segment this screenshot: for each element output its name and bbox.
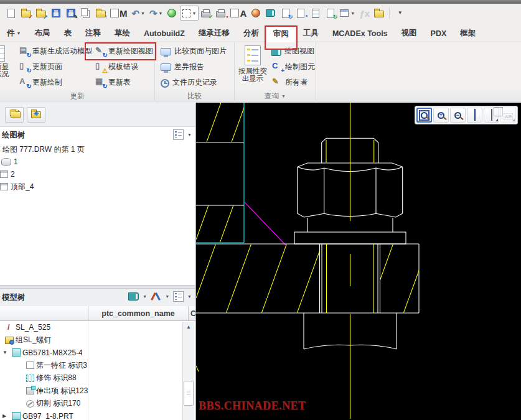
- node-cut-170[interactable]: 切割 标识170: [0, 397, 195, 409]
- tab-inheritance-migration[interactable]: 继承迁移: [192, 25, 237, 42]
- import-icon[interactable]: ↑: [93, 6, 108, 21]
- column-clipped[interactable]: C: [188, 306, 195, 320]
- drawing-tree-toolbar: ✳: [0, 103, 195, 126]
- redo-icon[interactable]: ↷ ▼: [147, 6, 165, 21]
- tab-table[interactable]: 表: [57, 25, 78, 42]
- view-icon: [1, 158, 11, 166]
- model-tree-filters-icon[interactable]: [151, 292, 161, 302]
- undo-icon[interactable]: ↶ ▼: [129, 6, 148, 21]
- node-protrusion-123[interactable]: 伸出项 标识123: [0, 385, 195, 397]
- node-first-feature[interactable]: 第一特征 标识3: [0, 359, 195, 371]
- model-notes-icon[interactable]: M: [108, 6, 129, 21]
- notes-doc-icon[interactable]: [308, 6, 323, 21]
- update-tables-button[interactable]: ▦ ↻ 更新表: [93, 75, 155, 90]
- view-node-top4[interactable]: 顶部_4: [0, 180, 195, 193]
- appearance-icon[interactable]: A: [228, 6, 248, 21]
- print-icon[interactable]: ▪: [214, 6, 228, 21]
- layers-icon[interactable]: [263, 6, 278, 21]
- difference-report-button[interactable]: 差异报告: [159, 59, 228, 75]
- group-label-compare: 比较: [155, 90, 234, 101]
- update-draft-button[interactable]: A ↻ 更新绘制: [17, 75, 94, 90]
- drawing-sheet-node[interactable]: 绘图 777.DRW 的第 1 页: [0, 143, 195, 156]
- new-annotation-folder-button[interactable]: ✳: [27, 107, 45, 123]
- node-gb97[interactable]: ▶ GB97_1-8.PRT: [0, 410, 195, 420]
- group-label-query[interactable]: 查询 ▼: [235, 90, 316, 101]
- view-icon: [0, 170, 8, 178]
- regenerate-active-model-button[interactable]: ▤ ↻ 重新生成活动模型: [17, 44, 94, 59]
- tab-analysis[interactable]: 分析: [237, 25, 266, 42]
- qat-separator[interactable]: [389, 7, 390, 19]
- tab-sketch[interactable]: 草绘: [108, 25, 137, 42]
- display-style-button[interactable]: [484, 108, 499, 123]
- tab-view[interactable]: 视图: [395, 25, 424, 42]
- regenerate-icon[interactable]: [165, 6, 180, 21]
- tab-file[interactable]: 件 ▼: [0, 25, 27, 42]
- scroll-thumb[interactable]: [184, 381, 194, 406]
- drawing-tree-title: 绘图树: [2, 130, 26, 141]
- tab-layout[interactable]: 布局: [27, 25, 57, 42]
- update-sheets-button[interactable]: ▯ ↻ 更新页面: [17, 59, 94, 75]
- verify-doc-icon[interactable]: *: [293, 6, 308, 21]
- update-display-status-button[interactable]: 更新显 示状况: [0, 44, 17, 91]
- tree-filters-button[interactable]: [5, 107, 24, 123]
- update-drawing-views-button[interactable]: ✎ ↻ 更新绘图视图: [93, 44, 155, 59]
- model-tree-scrollbar[interactable]: ▲: [182, 322, 194, 420]
- node-icon: [26, 362, 34, 369]
- template-errors-button[interactable]: ▯ ⚠ 模板错误: [93, 59, 155, 75]
- drawing-views-query-button[interactable]: 绘图视图: [270, 44, 317, 59]
- zoom-in-button[interactable]: +: [433, 108, 449, 123]
- toolbar-overflow[interactable]: ▼: [392, 6, 407, 21]
- graphics-viewport[interactable]: + − AB BBS.CHINADE.NET: [196, 103, 521, 420]
- model-tree-settings-icon[interactable]: [173, 291, 184, 302]
- model-tree-header: 模型树 ▼ ▼ ▼: [0, 289, 195, 306]
- tab-tools[interactable]: 工具: [296, 25, 326, 42]
- open-folder-icon[interactable]: [372, 6, 387, 21]
- view-node-2[interactable]: 2: [0, 168, 195, 180]
- open-file-icon[interactable]: ↗: [34, 6, 49, 21]
- column-ptc-common-name[interactable]: ptc_common_name: [88, 306, 188, 320]
- fx-icon[interactable]: ƒx: [357, 6, 372, 21]
- copy-icon[interactable]: [78, 6, 93, 21]
- tab-mcadex-tools[interactable]: MCADEx Tools: [326, 25, 395, 42]
- save-as-icon[interactable]: ✎: [63, 6, 78, 21]
- update-doc-icon[interactable]: ↻: [278, 6, 293, 21]
- tab-review[interactable]: 审阅: [266, 25, 296, 42]
- view-node-1[interactable]: 1: [0, 156, 195, 168]
- selection-filter-combo[interactable]: ▼: [180, 6, 199, 21]
- expand-arrow[interactable]: ▼: [2, 350, 10, 355]
- owner-query-button[interactable]: ✎ 所有者: [270, 75, 317, 90]
- repaint-button[interactable]: [467, 108, 482, 123]
- highlight-by-attributes-button[interactable]: 按属性突 出显示: [236, 44, 270, 82]
- expand-arrow[interactable]: ▶: [2, 413, 10, 419]
- watermark: BBS.CHINADE.NET: [199, 399, 306, 413]
- windows-icon[interactable]: ▼: [338, 6, 357, 21]
- select-working-directory-icon[interactable]: ✓: [19, 6, 34, 21]
- zoom-window-button[interactable]: [416, 108, 432, 123]
- draft-entities-query-button[interactable]: C + 绘制图元: [270, 59, 317, 75]
- print-preview-icon[interactable]: ✓: [199, 6, 214, 21]
- file-history-button[interactable]: 文件历史记录: [159, 75, 228, 90]
- node-icon: [5, 323, 14, 332]
- render-icon[interactable]: [248, 6, 263, 21]
- drawing-tree-items: 绘图 777.DRW 的第 1 页 1 2 顶部_4: [0, 143, 195, 193]
- show-annotations-button[interactable]: AB: [500, 108, 516, 123]
- scroll-up-arrow[interactable]: ▲: [183, 322, 194, 332]
- tab-autobuildz[interactable]: AutobuildZ: [137, 25, 192, 42]
- drawing-tree-panel: 绘图树 ▼ 绘图 777.DRW 的第 1 页 1 2 顶部_4: [0, 126, 195, 285]
- node-cosmetic-88[interactable]: 修饰 标识88: [0, 372, 195, 385]
- compare-sheet-with-image-button[interactable]: 比较页面与图片: [159, 44, 228, 59]
- zoom-out-button[interactable]: −: [450, 108, 466, 123]
- tab-annotate[interactable]: 注释: [78, 25, 108, 42]
- node-group-sl-screw[interactable]: 组SL_螺钉: [0, 334, 195, 346]
- new-file-icon[interactable]: [4, 6, 19, 21]
- tab-pdx[interactable]: PDX: [424, 25, 454, 42]
- sync-doc-icon[interactable]: ↻: [323, 6, 338, 21]
- left-panel: ✳ 绘图树 ▼ 绘图 777.DRW 的第 1 页 1 2: [0, 103, 196, 420]
- tree-settings-caret[interactable]: ▼: [187, 133, 192, 137]
- node-gb5781[interactable]: ▼ GB5781-M8X25-4: [0, 347, 195, 359]
- tab-framework[interactable]: 框架: [453, 25, 482, 42]
- node-sl-a-525[interactable]: SL_A_525: [0, 321, 195, 334]
- model-tree-show-icon[interactable]: [128, 292, 139, 301]
- save-icon[interactable]: [49, 6, 63, 21]
- tree-settings-icon[interactable]: [173, 129, 184, 140]
